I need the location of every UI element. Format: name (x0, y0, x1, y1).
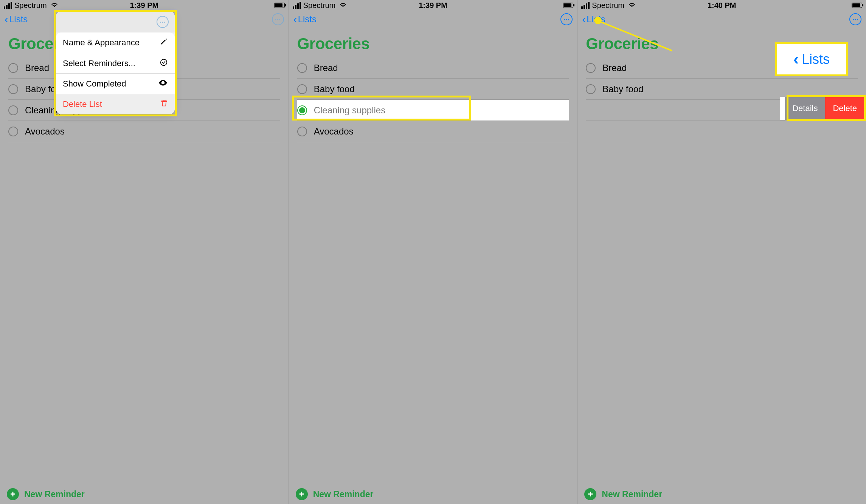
svg-point-0 (161, 59, 167, 65)
plus-icon: + (296, 488, 308, 500)
battery-icon (852, 3, 862, 8)
list-item[interactable]: Avocados (297, 121, 569, 142)
callout-label: Lists (802, 51, 830, 67)
delete-button[interactable]: Delete (825, 97, 864, 120)
wifi-icon (51, 1, 58, 10)
list-item-selected[interactable]: Cleaning supplies (297, 100, 569, 121)
carrier-label: Spectrum (14, 1, 47, 10)
menu-delete-list[interactable]: Delete List (56, 94, 175, 114)
more-button[interactable]: ⋯ (272, 13, 284, 25)
menu-label: Select Reminders... (63, 59, 135, 68)
more-button-in-popover[interactable]: ⋯ (157, 16, 169, 28)
wifi-icon (628, 1, 636, 10)
radio-icon[interactable] (8, 105, 18, 115)
radio-icon[interactable] (586, 63, 596, 73)
more-button[interactable]: ⋯ (560, 13, 573, 25)
eye-icon (158, 79, 168, 89)
chevron-left-icon: ‹ (793, 50, 799, 68)
details-button[interactable]: Details (785, 97, 825, 120)
context-menu: ⋯ Name & Appearance Select Reminders... … (56, 11, 175, 114)
status-bar: Spectrum 1:40 PM (577, 0, 866, 11)
page-title: Groceries (289, 28, 577, 57)
new-reminder-label: New Reminder (24, 489, 85, 499)
menu-show-completed[interactable]: Show Completed (56, 73, 175, 94)
trash-icon (160, 99, 168, 110)
callout-lists: ‹ Lists (775, 42, 848, 76)
new-reminder-label: New Reminder (313, 489, 374, 499)
list-item[interactable]: Avocados (8, 121, 280, 142)
menu-label: Delete List (63, 99, 102, 109)
radio-icon[interactable] (8, 63, 18, 73)
back-label: Lists (9, 14, 28, 25)
radio-icon[interactable] (297, 127, 307, 136)
more-button[interactable]: ⋯ (849, 13, 861, 25)
radio-icon[interactable] (586, 84, 596, 94)
status-bar: Spectrum 1:39 PM (289, 0, 577, 11)
nav-bar: ‹ Lists ⋯ (289, 11, 577, 28)
radio-icon[interactable] (8, 84, 18, 94)
menu-label: Show Completed (63, 79, 126, 89)
item-label: Cleaning supplies (314, 105, 385, 116)
new-reminder-button[interactable]: + New Reminder (584, 488, 662, 500)
chevron-left-icon: ‹ (582, 14, 586, 25)
menu-select-reminders[interactable]: Select Reminders... (56, 53, 175, 73)
signal-icon (4, 2, 12, 9)
radio-checked-icon[interactable] (297, 105, 307, 115)
radio-icon[interactable] (297, 84, 307, 94)
wifi-icon (339, 1, 347, 10)
back-button[interactable]: ‹ Lists (5, 14, 28, 25)
clock-label: 1:39 PM (98, 1, 191, 10)
screen-3: Spectrum 1:40 PM ‹ Lists ⋯ Groceries Bre… (577, 0, 866, 504)
item-label: Bread (602, 63, 627, 73)
clock-label: 1:40 PM (675, 1, 769, 10)
swipe-actions: Details Delete (780, 97, 864, 120)
item-label: Baby food (602, 84, 643, 94)
battery-icon (563, 3, 573, 8)
check-circle-icon (160, 58, 168, 69)
list-item[interactable]: Baby food (297, 79, 569, 100)
screen-2: Spectrum 1:39 PM ‹ Lists ⋯ Groceries Bre… (289, 0, 578, 504)
item-label: Bread (25, 63, 49, 73)
reminders-list: Bread Baby food Cleaning supplies Avocad… (289, 57, 577, 142)
back-button[interactable]: ‹ Lists (293, 14, 317, 25)
status-bar: Spectrum 1:39 PM (0, 0, 289, 11)
signal-icon (581, 2, 590, 9)
clock-label: 1:39 PM (386, 1, 480, 10)
chevron-left-icon: ‹ (5, 14, 8, 25)
list-item[interactable]: Bread (297, 57, 569, 79)
item-label: Baby food (314, 84, 355, 94)
signal-icon (293, 2, 301, 9)
item-label: Avocados (314, 126, 354, 137)
chevron-left-icon: ‹ (293, 14, 297, 25)
new-reminder-label: New Reminder (602, 489, 662, 499)
back-label: Lists (298, 14, 317, 25)
carrier-label: Spectrum (303, 1, 336, 10)
battery-icon (274, 3, 285, 8)
radio-icon[interactable] (8, 127, 18, 136)
pencil-icon (160, 37, 168, 48)
plus-icon: + (584, 488, 596, 500)
new-reminder-button[interactable]: + New Reminder (296, 488, 374, 500)
item-label: Bread (314, 63, 338, 73)
plus-icon: + (7, 488, 19, 500)
menu-name-appearance[interactable]: Name & Appearance (56, 32, 175, 53)
screen-1: Spectrum 1:39 PM ‹ Lists ⋯ Groceries Bre… (0, 0, 289, 504)
nav-bar: ‹ Lists ⋯ (577, 11, 866, 28)
new-reminder-button[interactable]: + New Reminder (7, 488, 85, 500)
radio-icon[interactable] (297, 63, 307, 73)
carrier-label: Spectrum (592, 1, 624, 10)
menu-label: Name & Appearance (63, 38, 140, 48)
item-label: Avocados (25, 126, 65, 137)
swipe-spacer (780, 97, 785, 120)
